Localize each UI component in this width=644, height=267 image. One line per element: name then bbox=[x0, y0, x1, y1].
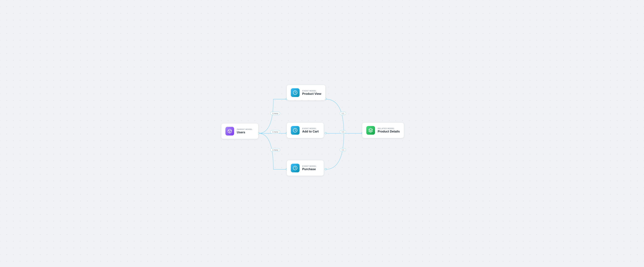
users-icon-container bbox=[226, 127, 234, 136]
relation-users-product-view: 1:many bbox=[270, 112, 280, 115]
purchase-right-connector bbox=[325, 168, 327, 170]
product-view-card-text: EVENT MODEL Product View bbox=[302, 90, 321, 96]
canvas: 1:many 1:many 1:many 1:1 1:1 1:1 bbox=[0, 0, 644, 267]
relation-add-to-cart-details: 1:1 bbox=[340, 130, 346, 133]
card-add-to-cart[interactable]: EVENT MODEL Add to Cart bbox=[287, 123, 324, 138]
layers-icon bbox=[368, 128, 373, 133]
product-view-icon-container bbox=[291, 88, 300, 97]
relation-users-purchase: 1:many bbox=[270, 148, 280, 152]
card-product-view[interactable]: EVENT MODEL Product View bbox=[287, 85, 325, 100]
diagram: 1:many 1:many 1:many 1:1 1:1 1:1 bbox=[221, 75, 422, 192]
clock-icon bbox=[293, 90, 298, 95]
purchase-icon-container bbox=[291, 164, 300, 172]
relation-product-view-details: 1:1 bbox=[340, 112, 346, 115]
purchase-card-text: EVENT MODEL Purchase bbox=[302, 165, 317, 171]
card-purchase[interactable]: EVENT MODEL Purchase bbox=[287, 160, 324, 176]
clock-icon-2 bbox=[293, 128, 298, 133]
purchase-model-type: EVENT MODEL bbox=[302, 165, 317, 167]
product-details-model-name: Product Details bbox=[378, 130, 400, 133]
product-view-model-type: EVENT MODEL bbox=[302, 90, 321, 92]
purchase-model-name: Purchase bbox=[302, 168, 317, 171]
users-model-type: PARENT MODEL bbox=[237, 128, 252, 130]
add-to-cart-model-name: Add to Cart bbox=[302, 130, 319, 133]
product-details-icon-container bbox=[366, 126, 375, 135]
relation-users-add-to-cart: 1:many bbox=[270, 130, 280, 133]
product-details-model-type: RELATED MODEL bbox=[378, 127, 400, 129]
box-icon bbox=[228, 129, 232, 133]
users-card-text: PARENT MODEL Users bbox=[237, 128, 252, 134]
add-to-cart-icon-container bbox=[291, 126, 300, 135]
add-to-cart-right-connector bbox=[325, 132, 327, 134]
clock-icon-3 bbox=[293, 166, 298, 170]
card-users[interactable]: PARENT MODEL Users bbox=[221, 123, 258, 139]
card-product-details[interactable]: RELATED MODEL Product Details bbox=[362, 123, 404, 138]
add-to-cart-card-text: EVENT MODEL Add to Cart bbox=[302, 127, 319, 133]
relation-purchase-details: 1:1 bbox=[340, 148, 346, 152]
svg-marker-4 bbox=[368, 128, 372, 130]
product-view-model-name: Product View bbox=[302, 92, 321, 96]
add-to-cart-model-type: EVENT MODEL bbox=[302, 127, 319, 129]
product-details-card-text: RELATED MODEL Product Details bbox=[378, 127, 400, 133]
users-model-name: Users bbox=[237, 131, 252, 134]
